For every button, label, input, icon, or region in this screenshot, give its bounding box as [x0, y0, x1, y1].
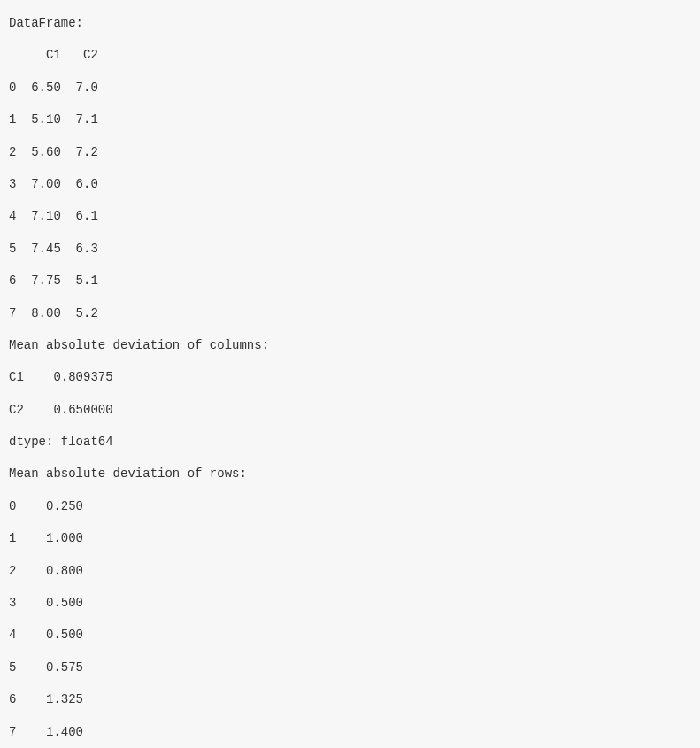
mad-row-value: 3 0.500	[9, 587, 691, 619]
section-heading-mad-rows: Mean absolute deviation of rows:	[9, 458, 691, 490]
dataframe-row: 5 7.45 6.3	[9, 233, 691, 265]
mad-row-value: 1 1.000	[9, 522, 691, 554]
dataframe-row: 2 5.60 7.2	[9, 136, 691, 168]
dtype-label: dtype: float64	[9, 426, 691, 458]
mad-column-value: C2 0.650000	[9, 394, 691, 426]
dataframe-row: 7 8.00 5.2	[9, 297, 691, 329]
section-heading-mad-columns: Mean absolute deviation of columns:	[9, 329, 691, 361]
dataframe-row: 6 7.75 5.1	[9, 265, 691, 297]
output-title: DataFrame:	[9, 7, 691, 39]
mad-row-value: 5 0.575	[9, 652, 691, 683]
dataframe-row: 4 7.10 6.1	[9, 200, 691, 232]
mad-row-value: 0 0.250	[9, 490, 691, 522]
dataframe-row: 0 6.50 7.0	[9, 72, 691, 104]
dataframe-row: 3 7.00 6.0	[9, 168, 691, 200]
dataframe-header: C1 C2	[9, 39, 691, 71]
dataframe-row: 1 5.10 7.1	[9, 104, 691, 135]
mad-column-value: C1 0.809375	[9, 361, 691, 393]
mad-row-value: 6 1.325	[9, 683, 691, 715]
mad-row-value: 2 0.800	[9, 555, 691, 587]
mad-row-value: 4 0.500	[9, 619, 691, 651]
mad-row-value: 7 1.400	[9, 716, 691, 748]
